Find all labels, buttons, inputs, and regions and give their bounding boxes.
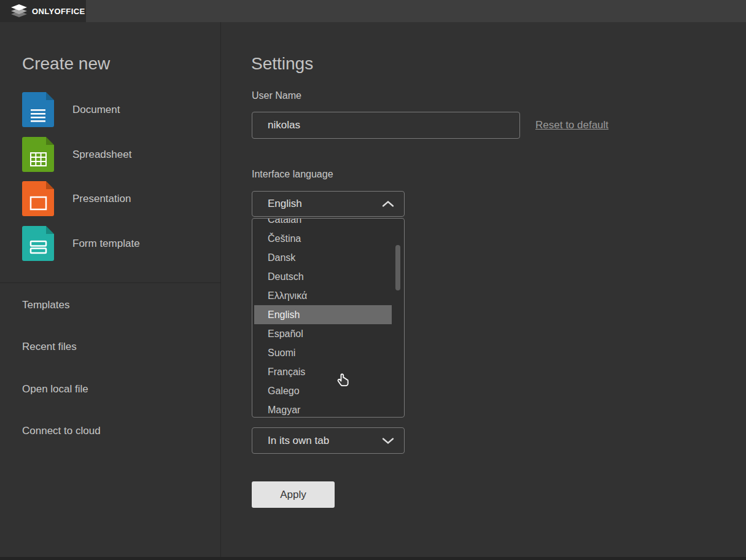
- user-name-input[interactable]: [252, 112, 520, 139]
- language-option-espanol[interactable]: Español: [252, 324, 404, 343]
- sidebar-item-document[interactable]: Document: [22, 92, 206, 127]
- sidebar-main-divider: [220, 22, 221, 557]
- language-option-galego[interactable]: Galego: [252, 381, 404, 400]
- presentation-icon: [22, 181, 54, 216]
- spreadsheet-icon: [22, 137, 54, 172]
- title-bar: ONLYOFFICE: [0, 0, 746, 22]
- sidebar-item-recent-files[interactable]: Recent files: [22, 341, 77, 353]
- language-option-deutsch[interactable]: Deutsch: [252, 267, 404, 286]
- language-option-english-selected[interactable]: English: [254, 305, 392, 324]
- interface-language-select[interactable]: English: [252, 191, 405, 217]
- language-option-suomi[interactable]: Suomi: [252, 343, 404, 362]
- language-option-dansk[interactable]: Dansk: [252, 248, 404, 267]
- sidebar-item-templates[interactable]: Templates: [22, 299, 69, 311]
- sidebar-item-form-template[interactable]: Form template: [22, 226, 206, 261]
- interface-language-label: Interface language: [252, 169, 333, 180]
- app-logo: ONLYOFFICE: [0, 0, 86, 22]
- form-template-icon: [22, 226, 54, 261]
- sidebar-item-presentation[interactable]: Presentation: [22, 181, 206, 216]
- sidebar-item-spreadsheet[interactable]: Spreadsheet: [22, 137, 206, 172]
- sidebar-divider: [0, 282, 220, 283]
- sidebar-item-open-local-file[interactable]: Open local file: [22, 383, 88, 395]
- layers-logo-icon: [11, 4, 27, 18]
- open-mode-value: In its own tab: [268, 435, 329, 447]
- language-option-greek[interactable]: Ελληνικά: [252, 286, 404, 305]
- document-icon: [22, 92, 54, 127]
- app-window: ONLYOFFICE Create new Document: [0, 0, 746, 560]
- sidebar-item-label: Document: [72, 104, 120, 116]
- sidebar-item-label: Spreadsheet: [72, 149, 131, 161]
- reset-to-default-link[interactable]: Reset to default: [535, 119, 608, 131]
- language-option-catalan[interactable]: Catalan: [252, 218, 404, 229]
- chevron-up-icon: [382, 201, 394, 208]
- dropdown-scrollbar-thumb[interactable]: [395, 245, 400, 290]
- language-options: Catalan Čeština Dansk Deutsch Ελληνικά E…: [252, 218, 404, 418]
- chevron-down-icon: [382, 437, 394, 444]
- sidebar-item-label: Presentation: [72, 193, 131, 205]
- open-mode-select[interactable]: In its own tab: [252, 427, 405, 454]
- user-name-label: User Name: [252, 90, 301, 101]
- apply-button[interactable]: Apply: [252, 481, 335, 508]
- language-option-cestina[interactable]: Čeština: [252, 229, 404, 248]
- sidebar-item-label: Form template: [72, 238, 140, 250]
- window-bottom-edge: [0, 557, 746, 560]
- language-dropdown-list: Catalan Čeština Dansk Deutsch Ελληνικά E…: [252, 218, 405, 418]
- logo-text: ONLYOFFICE: [32, 7, 85, 16]
- language-option-francais[interactable]: Français: [252, 362, 404, 381]
- selected-language-value: English: [268, 198, 302, 210]
- create-new-heading: Create new: [22, 54, 110, 74]
- sidebar-item-connect-to-cloud[interactable]: Connect to cloud: [22, 425, 101, 437]
- language-option-magyar[interactable]: Magyar: [252, 400, 404, 418]
- page-title: Settings: [251, 54, 313, 74]
- sidebar: Create new Document: [0, 22, 220, 557]
